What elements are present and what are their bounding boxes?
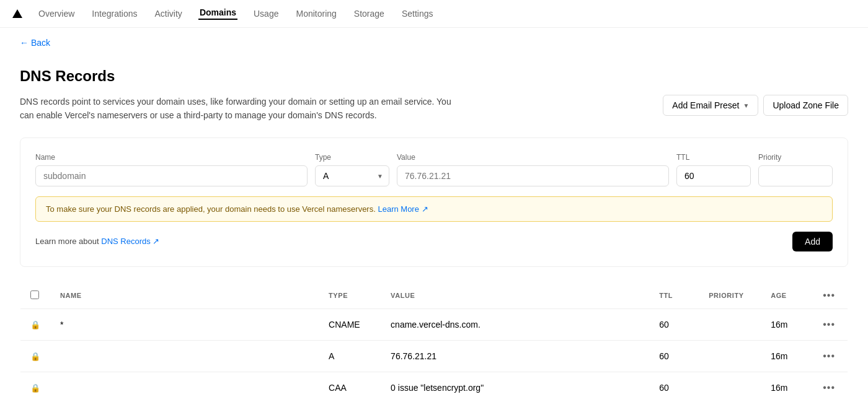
type-select-wrap: A AAAA CNAME MX TXT NS SRV CAA ▼ (315, 165, 389, 186)
priority-field-group: Priority (758, 153, 833, 186)
type-field-group: Type A AAAA CNAME MX TXT NS SRV CAA ▼ (315, 153, 389, 186)
type-select[interactable]: A AAAA CNAME MX TXT NS SRV CAA (315, 165, 389, 186)
learn-more-link[interactable]: Learn More ↗ (378, 204, 428, 214)
row-actions-1: ••• (810, 340, 848, 372)
ttl-column-header: TTL (649, 282, 699, 308)
form-footer: Learn more about DNS Records ↗ Add (35, 232, 833, 251)
warning-text: To make sure your DNS records are applie… (46, 204, 376, 214)
row-type-0: CNAME (319, 308, 381, 340)
value-input[interactable] (397, 165, 669, 186)
row-priority-2 (699, 372, 761, 403)
dns-records-link[interactable]: DNS Records ↗ (101, 237, 159, 246)
ttl-input[interactable] (676, 165, 751, 186)
nav-integrations[interactable]: Integrations (91, 9, 138, 19)
row-age-2: 16m (761, 372, 810, 403)
lock-icon: 🔒 (30, 383, 40, 393)
add-record-button[interactable]: Add (792, 232, 833, 251)
row-priority-0 (699, 308, 761, 340)
type-column-header: Type (319, 282, 381, 308)
main-nav: Overview Integrations Activity Domains U… (0, 0, 868, 28)
header-row: DNS records point to services your domai… (20, 95, 848, 123)
row-value-1: 76.76.21.21 (381, 340, 649, 372)
row-age-1: 16m (761, 340, 810, 372)
header-actions: Add Email Preset ▼ Upload Zone File (663, 95, 848, 116)
chevron-down-icon: ▼ (743, 102, 749, 109)
row-type-2: CAA (319, 372, 381, 403)
table-header-row: Name Type Value TTL Priority Age ••• (20, 282, 848, 308)
row-lock-1: 🔒 (20, 340, 51, 372)
back-link[interactable]: ← Back (0, 28, 868, 48)
page-title: DNS Records (20, 68, 848, 85)
row-value-2: 0 issue "letsencrypt.org" (381, 372, 649, 403)
nav-activity[interactable]: Activity (154, 9, 184, 19)
row-lock-2: 🔒 (20, 372, 51, 403)
name-input[interactable] (35, 165, 308, 186)
name-field-group: Name (35, 153, 308, 186)
priority-input[interactable] (758, 165, 833, 186)
row-ttl-2: 60 (649, 372, 699, 403)
select-all-checkbox[interactable] (30, 290, 39, 299)
row-value-0: cname.vercel-dns.com. (381, 308, 649, 340)
row-more-button-2[interactable]: ••• (820, 381, 838, 395)
value-field-group: Value (397, 153, 669, 186)
row-name-2 (50, 372, 319, 403)
row-actions-0: ••• (810, 308, 848, 340)
priority-label: Priority (758, 153, 833, 162)
select-all-header (20, 282, 51, 308)
dns-form-card: Name Type A AAAA CNAME MX TXT NS SRV CAA (20, 138, 848, 267)
row-type-1: A (319, 340, 381, 372)
upload-zone-file-button[interactable]: Upload Zone File (763, 95, 848, 116)
row-more-button-0[interactable]: ••• (820, 318, 838, 331)
row-age-0: 16m (761, 308, 810, 340)
main-content: DNS Records DNS records point to service… (0, 48, 868, 404)
dns-records-table: Name Type Value TTL Priority Age ••• 🔒 *… (20, 282, 848, 404)
table-row: 🔒 CAA 0 issue "letsencrypt.org" 60 16m •… (20, 372, 848, 403)
row-priority-1 (699, 340, 761, 372)
nameserver-warning: To make sure your DNS records are applie… (35, 196, 833, 222)
row-ttl-0: 60 (649, 308, 699, 340)
type-label: Type (315, 153, 389, 162)
add-email-preset-button[interactable]: Add Email Preset ▼ (663, 95, 758, 116)
row-lock-0: 🔒 (20, 308, 51, 340)
age-column-header: Age (761, 282, 810, 308)
value-label: Value (397, 153, 669, 162)
row-actions-2: ••• (810, 372, 848, 403)
table-row: 🔒 A 76.76.21.21 60 16m ••• (20, 340, 848, 372)
priority-column-header: Priority (699, 282, 761, 308)
row-ttl-1: 60 (649, 340, 699, 372)
ttl-field-group: TTL (676, 153, 751, 186)
table-more-button[interactable]: ••• (820, 289, 838, 302)
table-row: 🔒 * CNAME cname.vercel-dns.com. 60 16m •… (20, 308, 848, 340)
nav-usage[interactable]: Usage (252, 9, 280, 19)
value-column-header: Value (381, 282, 649, 308)
name-column-header: Name (50, 282, 319, 308)
name-label: Name (35, 153, 308, 162)
nav-settings[interactable]: Settings (401, 9, 435, 19)
dns-records-info: Learn more about DNS Records ↗ (35, 237, 159, 246)
nav-domains[interactable]: Domains (198, 7, 237, 20)
row-name-0: * (50, 308, 319, 340)
row-more-button-1[interactable]: ••• (820, 349, 838, 363)
lock-icon: 🔒 (30, 352, 40, 361)
row-name-1 (50, 340, 319, 372)
nav-overview[interactable]: Overview (37, 9, 76, 19)
nav-storage[interactable]: Storage (353, 9, 386, 19)
actions-column-header: ••• (810, 282, 848, 308)
form-fields: Name Type A AAAA CNAME MX TXT NS SRV CAA (35, 153, 833, 186)
page-description: DNS records point to services your domai… (20, 95, 454, 123)
ttl-label: TTL (676, 153, 751, 162)
lock-icon: 🔒 (30, 320, 40, 330)
logo-icon[interactable] (12, 9, 22, 18)
nav-monitoring[interactable]: Monitoring (294, 9, 337, 19)
